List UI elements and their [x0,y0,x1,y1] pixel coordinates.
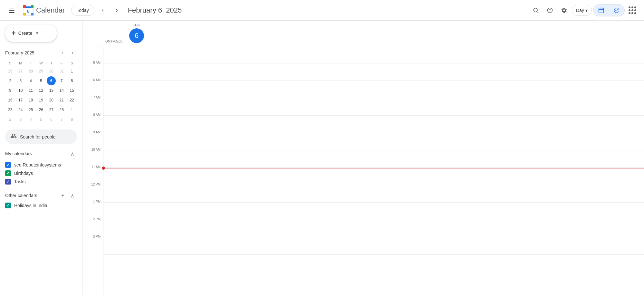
help-button[interactable]: ? [543,4,556,17]
mini-cal-day[interactable]: 15 [67,86,76,95]
mini-cal-day[interactable]: 28 [26,67,35,76]
mini-cal-day[interactable]: 5 [36,115,45,124]
calendar-checkbox-holidays: ✓ [5,203,11,208]
mini-cal-day[interactable]: 3 [16,76,25,85]
mini-cal-day[interactable]: 1 [67,67,76,76]
mini-cal-day[interactable]: 2 [6,115,15,124]
mini-cal-day[interactable]: 8 [67,76,76,85]
mini-cal-day[interactable]: 6 [47,115,56,124]
mini-cal-day[interactable]: 14 [57,86,66,95]
header-actions: ? Day ▾ [529,4,639,17]
time-label: 12 PM [91,183,101,186]
other-calendars-collapse-button[interactable]: ∧ [68,191,77,200]
mini-cal-day[interactable]: 26 [36,105,45,114]
calendar-checkbox-tasks: ✓ [5,179,11,185]
day-number-circle[interactable]: 6 [129,28,144,43]
mini-cal-day[interactable]: 4 [26,115,35,124]
calendar-view-button[interactable] [593,5,609,16]
time-label: 3 PM [93,235,101,238]
mini-cal-next-button[interactable]: › [68,48,77,57]
settings-button[interactable] [558,4,571,17]
time-label-row: 1 PM [82,200,103,217]
add-other-calendar-button[interactable]: + [58,191,67,200]
mini-cal-day[interactable]: 30 [47,67,56,76]
mini-cal-day[interactable]: 4 [26,76,35,85]
prev-period-button[interactable]: ‹ [97,5,109,16]
time-label: 10 AM [91,148,101,151]
mini-cal-day[interactable]: 16 [6,96,15,105]
day-header-row: GMT+05:30 THU 6 [82,21,644,46]
mini-cal-day[interactable]: 21 [57,96,66,105]
mini-cal-day[interactable]: 9 [6,86,15,95]
mini-cal-day[interactable]: 10 [16,86,25,95]
header-nav: Today ‹ › February 6, 2025 [71,5,182,16]
time-label-row: 2 PM [82,217,103,235]
hamburger-icon [9,8,14,13]
mini-cal-day[interactable]: 19 [36,96,45,105]
svg-text:?: ? [549,8,551,12]
mini-cal-day[interactable]: 28 [57,105,66,114]
mini-cal-day[interactable]: 22 [67,96,76,105]
mini-cal-day[interactable]: 3 [16,115,25,124]
mini-cal-day[interactable]: 27 [16,67,25,76]
tasks-view-button[interactable] [609,5,624,16]
mini-cal-day[interactable]: 18 [26,96,35,105]
today-button[interactable]: Today [71,5,94,16]
mini-cal-day[interactable]: 29 [36,67,45,76]
calendar-item-seo[interactable]: ✓ seo Reputeinfosystems [5,161,77,169]
mini-cal-day[interactable]: 24 [16,105,25,114]
mini-cal-day[interactable]: 12 [36,86,45,95]
search-button[interactable] [529,4,542,17]
mini-cal-prev-button[interactable]: ‹ [58,48,67,57]
grid-line-8am [103,116,644,133]
mini-cal-day[interactable]: 13 [47,86,56,95]
time-label: 2 PM [93,217,101,221]
mini-cal-day[interactable]: 17 [16,96,25,105]
mini-cal-day[interactable]: 7 [57,115,66,124]
mini-cal-day[interactable]: 11 [26,86,35,95]
calendar-checkbox-birthdays: ✓ [5,170,11,176]
svg-text:6: 6 [27,9,30,14]
apps-button[interactable] [626,4,639,17]
grid-line-11am [103,168,644,185]
search-people-button[interactable]: Search for people [5,129,77,144]
mini-cal-day[interactable]: 20 [47,96,56,105]
grid-line-12pm [103,185,644,203]
time-label-row: 8 AM [82,113,103,130]
mini-calendar-grid: S M T W T F S 26 27 28 29 30 31 1 [5,60,77,124]
app-logo[interactable]: 6 Calendar [22,4,65,17]
my-calendars-collapse-button[interactable]: ∧ [68,149,77,158]
time-grid-area[interactable] [103,46,644,295]
view-selector-button[interactable]: Day ▾ [572,5,592,16]
grid-line-3pm [103,237,644,255]
mini-cal-day[interactable]: 1 [67,105,76,114]
day-of-week-label: THU [133,23,140,27]
calendar-item-tasks[interactable]: ✓ Tasks [5,177,77,186]
checkmark-icon: ✓ [6,179,10,184]
mini-cal-day[interactable]: 31 [57,67,66,76]
mini-cal-day-today[interactable]: 6 [47,76,56,85]
calendar-item-holidays[interactable]: ✓ Holidays in India [5,201,77,210]
mini-cal-day[interactable]: 23 [6,105,15,114]
mini-cal-day[interactable]: 25 [26,105,35,114]
mini-cal-day[interactable]: 7 [57,76,66,85]
create-button[interactable]: + Create ▾ [5,24,57,42]
calendar-label-holidays: Holidays in India [14,203,47,208]
time-label-row: 11 AM [82,165,103,183]
mini-calendar: February 2025 ‹ › S M T W T F S [0,47,82,127]
mini-cal-day[interactable]: 8 [67,115,76,124]
svg-rect-3 [23,5,26,8]
svg-rect-11 [599,8,604,13]
search-people-wrap: Search for people [0,127,82,147]
checkmark-icon: ✓ [6,163,10,167]
menu-button[interactable] [5,4,18,17]
mini-cal-day[interactable]: 5 [36,76,45,85]
time-grid-container[interactable]: 4 AM 5 AM 6 AM 7 AM 8 AM 9 AM [82,46,644,295]
next-period-button[interactable]: › [111,5,123,16]
mini-cal-week-3: 9 10 11 12 13 14 15 [5,86,77,95]
mini-cal-day[interactable]: 26 [6,67,15,76]
mini-calendar-header: February 2025 ‹ › [5,48,77,57]
calendar-item-birthdays[interactable]: ✓ Birthdays [5,169,77,177]
mini-cal-day[interactable]: 27 [47,105,56,114]
mini-cal-day[interactable]: 2 [6,76,15,85]
